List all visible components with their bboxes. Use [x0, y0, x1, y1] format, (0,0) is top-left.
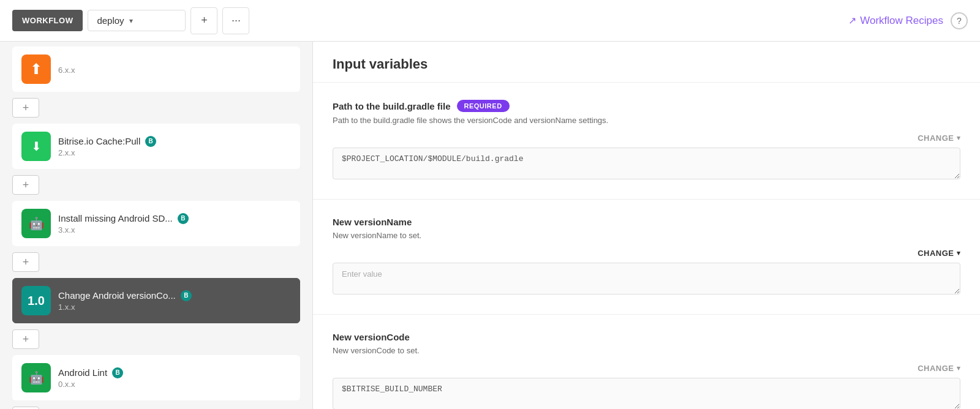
- change-button-version-code[interactable]: CHANGE ▾: [918, 364, 960, 373]
- left-sidebar: ⬆ 6.x.x + ⬇ Bitrise.io Cache:Pull B 2.x.…: [0, 42, 312, 409]
- add-step-button-1[interactable]: +: [12, 98, 39, 118]
- workflow-recipes-link[interactable]: ↗ Workflow Recipes: [848, 15, 943, 27]
- var-label-build-gradle: Path to the build.gradle file: [333, 101, 451, 111]
- chevron-down-icon: ▾: [129, 17, 133, 25]
- var-section-version-name: New versionName New versionName to set. …: [313, 200, 980, 315]
- download-icon: ⬇: [31, 139, 42, 154]
- var-desc-version-name: New versionName to set.: [333, 231, 960, 240]
- change-label-version-code: CHANGE: [918, 364, 954, 373]
- step-name-android-sdk: Install missing Android SD...: [58, 213, 173, 223]
- var-input-version-name[interactable]: [333, 263, 960, 295]
- step-item-android-sdk[interactable]: 🤖 Install missing Android SD... B 3.x.x: [12, 201, 300, 246]
- official-badge-cache-pull: B: [145, 136, 156, 147]
- change-button-build-gradle[interactable]: CHANGE ▾: [918, 133, 960, 143]
- step-version-top: 6.x.x: [58, 66, 291, 75]
- change-row-version-name: CHANGE ▾: [333, 249, 960, 258]
- main-layout: ⬆ 6.x.x + ⬇ Bitrise.io Cache:Pull B 2.x.…: [0, 42, 980, 409]
- chevron-down-icon-version-code: ▾: [957, 364, 961, 372]
- var-label-row-version-name: New versionName: [333, 217, 960, 227]
- step-version-change-version: 1.x.x: [58, 302, 291, 312]
- step-name-row-android-sdk: Install missing Android SD... B: [58, 213, 291, 224]
- step-name-cache-pull: Bitrise.io Cache:Pull: [58, 136, 140, 146]
- workflow-selector[interactable]: deploy ▾: [88, 10, 186, 31]
- change-label-version-name: CHANGE: [918, 249, 954, 258]
- step-name-change-version: Change Android versionCo...: [58, 290, 176, 301]
- step-info-change-version: Change Android versionCo... B 1.x.x: [58, 290, 291, 312]
- var-input-version-code[interactable]: $BITRISE_BUILD_NUMBER: [333, 378, 960, 409]
- step-name-row-change-version: Change Android versionCo... B: [58, 290, 291, 301]
- step-version-android-sdk: 3.x.x: [58, 225, 291, 235]
- var-section-build-gradle: Path to the build.gradle file REQUIRED P…: [313, 83, 980, 200]
- android-lint-icon: 🤖: [29, 370, 44, 385]
- var-label-version-name: New versionName: [333, 217, 412, 227]
- step-item-top-partial[interactable]: ⬆ 6.x.x: [12, 47, 300, 92]
- step-icon-android-sdk: 🤖: [21, 209, 51, 238]
- official-badge-change-version: B: [181, 290, 192, 301]
- step-info-android-sdk: Install missing Android SD... B 3.x.x: [58, 213, 291, 235]
- add-step-button-3[interactable]: +: [12, 252, 39, 272]
- step-info-android-lint: Android Lint B 0.x.x: [58, 367, 291, 389]
- chevron-down-icon-build-gradle: ▾: [957, 134, 961, 142]
- change-row-version-code: CHANGE ▾: [333, 364, 960, 373]
- change-label-build-gradle: CHANGE: [918, 133, 954, 143]
- upload-icon: ⬆: [30, 61, 42, 78]
- official-badge-android-lint: B: [112, 367, 123, 378]
- help-button[interactable]: ?: [951, 12, 968, 29]
- chevron-down-icon-version-name: ▾: [957, 249, 961, 257]
- step-item-cache-pull[interactable]: ⬇ Bitrise.io Cache:Pull B 2.x.x: [12, 124, 300, 169]
- step-info-top: 6.x.x: [58, 64, 291, 75]
- external-link-icon: ↗: [848, 15, 856, 26]
- add-workflow-button[interactable]: +: [190, 7, 217, 34]
- var-section-version-code: New versionCode New versionCode to set. …: [313, 315, 980, 409]
- var-input-build-gradle[interactable]: $PROJECT_LOCATION/$MODULE/build.gradle: [333, 148, 960, 179]
- workflow-name: deploy: [97, 15, 124, 26]
- change-row-build-gradle: CHANGE ▾: [333, 133, 960, 143]
- version-icon: 1.0: [28, 294, 45, 308]
- add-step-button-4[interactable]: +: [12, 329, 39, 349]
- right-panel: Input variables Path to the build.gradle…: [312, 42, 980, 409]
- step-icon-cache-pull: ⬇: [21, 132, 51, 161]
- step-item-android-lint[interactable]: 🤖 Android Lint B 0.x.x: [12, 355, 300, 400]
- step-name-android-lint: Android Lint: [58, 367, 107, 378]
- step-info-cache-pull: Bitrise.io Cache:Pull B 2.x.x: [58, 136, 291, 157]
- topbar-right: ↗ Workflow Recipes ?: [848, 12, 968, 29]
- workflow-badge: WORKFLOW: [12, 10, 83, 31]
- add-step-button-2[interactable]: +: [12, 175, 39, 195]
- step-icon-change-version: 1.0: [21, 286, 51, 315]
- step-icon-android-lint: 🤖: [21, 363, 51, 392]
- topbar: WORKFLOW deploy ▾ + ··· ↗ Workflow Recip…: [0, 0, 980, 42]
- topbar-left: WORKFLOW deploy ▾ + ···: [12, 7, 249, 34]
- var-label-version-code: New versionCode: [333, 332, 410, 342]
- workflow-recipes-label: Workflow Recipes: [860, 15, 943, 27]
- add-step-button-5[interactable]: +: [12, 407, 39, 409]
- more-options-button[interactable]: ···: [222, 7, 249, 34]
- var-label-row-version-code: New versionCode: [333, 332, 960, 342]
- step-item-change-version[interactable]: 1.0 Change Android versionCo... B 1.x.x: [12, 278, 300, 323]
- var-desc-version-code: New versionCode to set.: [333, 346, 960, 355]
- step-version-cache-pull: 2.x.x: [58, 148, 291, 157]
- official-badge-android-sdk: B: [178, 213, 189, 224]
- required-badge-build-gradle: REQUIRED: [457, 100, 510, 112]
- step-name-row-android-lint: Android Lint B: [58, 367, 291, 378]
- input-vars-header: Input variables: [313, 42, 980, 83]
- step-version-android-lint: 0.x.x: [58, 380, 291, 389]
- step-name-row-cache-pull: Bitrise.io Cache:Pull B: [58, 136, 291, 147]
- android-sdk-icon: 🤖: [29, 216, 44, 231]
- var-desc-build-gradle: Path to the build.gradle file shows the …: [333, 116, 960, 125]
- step-icon-top: ⬆: [21, 54, 51, 84]
- change-button-version-name[interactable]: CHANGE ▾: [918, 249, 960, 258]
- var-label-row-build-gradle: Path to the build.gradle file REQUIRED: [333, 100, 960, 112]
